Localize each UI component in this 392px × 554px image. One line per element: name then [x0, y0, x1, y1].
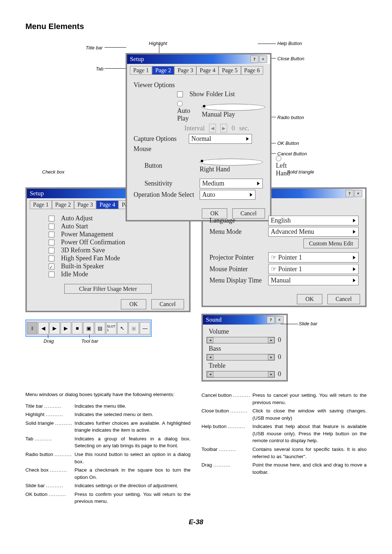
ok-button[interactable]: OK [121, 299, 146, 309]
tab-page3[interactable]: Page 3 [74, 200, 96, 209]
slide-bar[interactable]: ◂▸ [207, 371, 275, 378]
intro-text: Menu windows or dialog boxes typically h… [25, 391, 191, 398]
play2-icon[interactable]: ▶ [61, 322, 71, 334]
field-label: Menu Mode [209, 228, 264, 236]
def-term: Check box .......... [25, 466, 74, 481]
def-desc: Indicates that help about that feature i… [253, 422, 367, 445]
pointer-icon[interactable]: ↖ [117, 322, 128, 334]
def-desc: Place a checkmark in the square box to t… [74, 466, 191, 481]
select[interactable]: English [268, 216, 359, 225]
label-radio: Radio button [277, 115, 304, 120]
play-icon[interactable]: ▶ [49, 322, 60, 334]
tab-page2[interactable]: Page 2 [152, 66, 174, 75]
tab-page4[interactable]: Page 4 [96, 200, 118, 209]
help-icon[interactable]: ? [346, 190, 354, 197]
select[interactable]: ☞ Pointer 1 [268, 264, 359, 274]
field-label: Projector Pointer [209, 254, 264, 261]
title-bar[interactable]: Setup ? × [127, 54, 270, 64]
ok-button[interactable]: OK [297, 294, 322, 304]
minimize-icon[interactable]: — [140, 322, 150, 334]
checkbox[interactable] [49, 264, 54, 269]
windows-icon[interactable]: ▤ [95, 322, 105, 334]
help-icon[interactable]: ? [250, 56, 258, 63]
select[interactable]: Advanced Menu [268, 227, 359, 237]
field-label: Menu Display Time [209, 277, 264, 284]
opmode-label: Operation Mode Select [134, 191, 195, 199]
left-hand-radio[interactable] [276, 156, 281, 161]
def-term: Solid triangle .......... [25, 419, 74, 435]
arrow-left-icon[interactable]: ◂ [207, 354, 213, 360]
toolbar[interactable]: ⦀ ◀ ▶ ▶ ■ ▣ ▤ SLOT1 ↖ ▣ — [25, 319, 152, 337]
label-drag: Drag [44, 338, 54, 344]
checkbox[interactable] [49, 240, 54, 245]
label-help: Help Button [277, 41, 302, 46]
window-icon[interactable]: ▣ [83, 322, 94, 334]
def-term: Tab .......... [25, 435, 74, 450]
right-hand-radio[interactable] [200, 159, 263, 166]
select-value: Advanced Menu [271, 228, 314, 236]
show-folder-label: Show Folder List [189, 90, 235, 98]
manual-play-radio[interactable] [202, 104, 265, 111]
tab-page1[interactable]: Page 1 [30, 200, 52, 209]
def-term: Cancel button .......... [201, 391, 253, 407]
arrow-left-icon[interactable]: ◂ [207, 337, 213, 343]
label-highlight: Highlight [149, 41, 167, 46]
field-label: Mouse Pointer [209, 265, 264, 273]
select[interactable]: ☞ Pointer 1 [268, 252, 359, 262]
def-term: Highlight .......... [25, 410, 74, 419]
close-icon[interactable]: × [275, 316, 283, 323]
right-hand-label: Right Hand [200, 166, 230, 173]
slot-icon[interactable]: SLOT1 [106, 322, 117, 334]
checkbox-label: Built-in Speaker [61, 262, 104, 270]
sensitivity-select[interactable]: Medium [200, 179, 263, 188]
help-icon[interactable]: ? [267, 316, 275, 323]
label-checkbox: Check box [42, 169, 64, 175]
def-desc: Click to close the window with saving ch… [253, 407, 367, 422]
cancel-button[interactable]: Cancel [151, 299, 184, 309]
checkbox-label: Auto Start [61, 223, 88, 230]
chevron-right-icon [250, 193, 253, 197]
checkbox[interactable] [49, 224, 54, 229]
arrow-left-icon[interactable]: ◂ [207, 371, 213, 377]
mouse-button-label: Button [134, 162, 195, 170]
cancel-button[interactable]: Cancel [327, 294, 360, 304]
select[interactable]: Manual [268, 276, 359, 285]
label-slidebar: Slide bar [299, 321, 317, 326]
opmode-select[interactable]: Auto [200, 190, 256, 200]
def-desc: Press to cancel your setting. You will r… [253, 391, 367, 407]
checkbox[interactable] [49, 256, 54, 261]
label-toolbar: Tool bar [81, 338, 98, 344]
slide-bar[interactable]: ◂▸ [207, 337, 275, 343]
tab-page5[interactable]: Page 5 [219, 66, 241, 75]
arrow-right-icon[interactable]: ▸ [268, 371, 274, 377]
tab-page6[interactable]: Page 6 [241, 66, 263, 75]
clear-filter-button[interactable]: Clear Filter Usage Meter [64, 284, 152, 294]
tab-page3[interactable]: Page 3 [174, 66, 196, 75]
arrow-right-icon[interactable]: ▸ [268, 337, 274, 343]
slider-value: 0 [276, 336, 283, 344]
arrow-right-icon[interactable]: ▸ [268, 354, 274, 360]
drag-handle-icon[interactable]: ⦀ [27, 322, 37, 334]
tab-page2[interactable]: Page 2 [52, 200, 74, 209]
auto-play-radio[interactable] [177, 101, 183, 106]
def-desc: Indicates settings or the direction of a… [74, 481, 191, 490]
checkbox[interactable] [49, 272, 54, 277]
title-bar[interactable]: Sound ?× [203, 315, 286, 325]
show-folder-checkbox[interactable] [177, 91, 183, 97]
slide-bar[interactable]: ◂▸ [207, 354, 275, 360]
stop-icon[interactable]: ■ [72, 322, 82, 334]
close-icon[interactable]: × [354, 190, 362, 197]
tab-page1[interactable]: Page 1 [130, 66, 152, 75]
capture-select[interactable]: Normal [189, 134, 252, 144]
def-term: Toolbar .......... [201, 445, 253, 461]
checkbox[interactable] [49, 248, 54, 253]
tab-page4[interactable]: Page 4 [196, 66, 219, 75]
checkbox[interactable] [49, 216, 54, 221]
custom-menu-edit-button[interactable]: Custom Menu Edit [303, 239, 359, 248]
prev-icon[interactable]: ◀ [38, 322, 49, 334]
chevron-right-icon [353, 230, 356, 234]
checkbox[interactable] [49, 232, 54, 237]
slider-value: 0 [276, 353, 283, 361]
select-value: ☞ Pointer 1 [271, 265, 302, 273]
close-icon[interactable]: × [259, 56, 267, 63]
